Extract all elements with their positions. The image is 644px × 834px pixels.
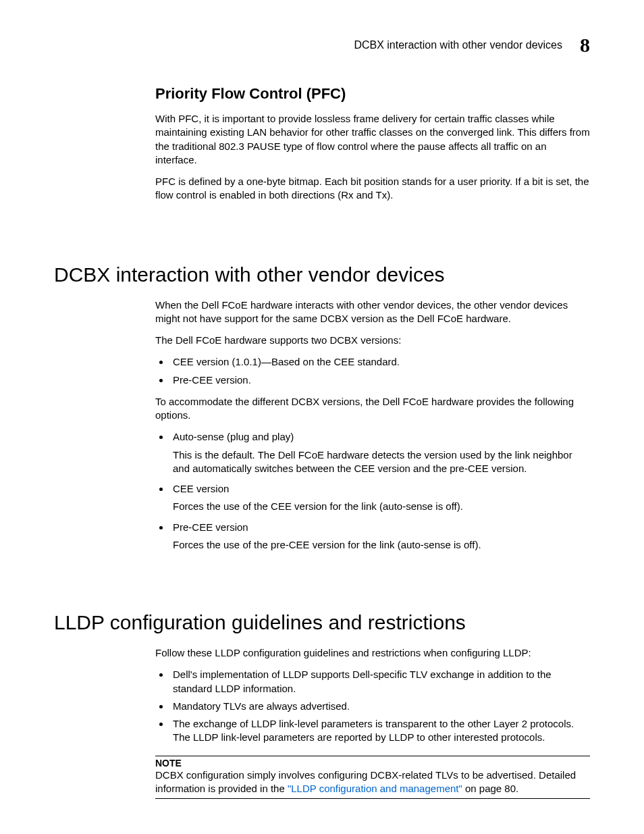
page: DCBX interaction with other vendor devic… xyxy=(0,0,644,834)
heading-lldp: LLDP configuration guidelines and restri… xyxy=(54,611,590,634)
list-item-desc: Forces the use of the CEE version for th… xyxy=(173,500,590,513)
body-text: To accommodate the different DCBX versio… xyxy=(155,395,590,423)
list-item: The exchange of LLDP link-level paramete… xyxy=(170,717,590,745)
list-item: Pre-CEE version xyxy=(170,521,590,534)
note-block: NOTE DCBX configuration simply involves … xyxy=(155,756,590,800)
list-item: CEE version (1.0.1)—Based on the CEE sta… xyxy=(170,355,590,369)
list-item-desc: Forces the use of the pre-CEE version fo… xyxy=(173,538,590,552)
chapter-number: 8 xyxy=(580,34,590,57)
body-text: PFC is defined by a one-byte bitmap. Eac… xyxy=(155,175,590,203)
list-item-desc: This is the default. The Dell FCoE hardw… xyxy=(173,448,590,476)
list-item: Pre-CEE version. xyxy=(170,373,590,387)
page-header: DCBX interaction with other vendor devic… xyxy=(54,34,590,57)
version-list: CEE version (1.0.1)—Based on the CEE sta… xyxy=(155,355,590,387)
body-text: With PFC, it is important to provide los… xyxy=(155,112,590,167)
content-area: Priority Flow Control (PFC) With PFC, it… xyxy=(54,85,590,799)
note-body: DCBX configuration simply involves confi… xyxy=(155,768,590,800)
options-list: CEE version xyxy=(155,482,590,496)
list-item: Dell's implementation of LLDP supports D… xyxy=(170,668,590,696)
body-text: The Dell FCoE hardware supports two DCBX… xyxy=(155,334,590,347)
list-item: Mandatory TLVs are always advertised. xyxy=(170,700,590,713)
lldp-list: Dell's implementation of LLDP supports D… xyxy=(155,668,590,744)
body-text: Follow these LLDP configuration guidelin… xyxy=(155,646,590,660)
note-text: on page 80. xyxy=(462,783,518,794)
options-list: Pre-CEE version xyxy=(155,521,590,534)
heading-pfc: Priority Flow Control (PFC) xyxy=(155,85,590,103)
options-list: Auto-sense (plug and play) xyxy=(155,430,590,444)
list-item: Auto-sense (plug and play) xyxy=(170,430,590,444)
list-item: CEE version xyxy=(170,482,590,496)
cross-reference-link[interactable]: "LLDP configuration and management" xyxy=(288,783,462,794)
body-text: When the Dell FCoE hardware interacts wi… xyxy=(155,298,590,326)
running-title: DCBX interaction with other vendor devic… xyxy=(354,39,562,51)
heading-dcbx: DCBX interaction with other vendor devic… xyxy=(54,263,590,286)
note-label: NOTE xyxy=(155,758,590,768)
